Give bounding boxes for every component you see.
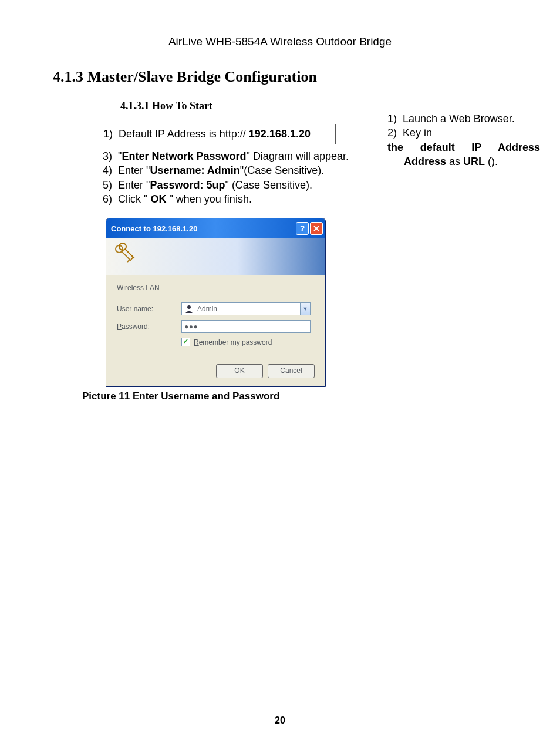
chevron-down-icon[interactable]: ▼	[300, 303, 310, 315]
username-input[interactable]: Admin ▼	[181, 302, 311, 315]
list-text: " when you finish.	[166, 193, 251, 205]
bold-text: Username: Admin	[150, 164, 239, 176]
list-text: as	[446, 156, 463, 167]
list-number: 3)	[103, 150, 112, 162]
page-number: 20	[0, 715, 560, 726]
list-number: 2)	[387, 127, 397, 139]
dialog-title: Connect to 192.168.1.20	[111, 224, 197, 233]
bold-text: Enter Network Password	[122, 150, 246, 162]
subsection-heading: 4.1.3.1 How To Start	[120, 100, 507, 112]
realm-label: Wireless LAN	[117, 284, 315, 292]
list-text: ().	[485, 156, 498, 167]
list-text: Enter "	[118, 179, 150, 191]
dialog-banner	[106, 238, 325, 275]
username-label: User name:	[117, 305, 181, 313]
bold-text: OK	[150, 193, 166, 205]
list-text: Enter "	[118, 164, 150, 176]
remember-checkbox[interactable]: ✓	[181, 338, 190, 346]
auth-dialog: Connect to 192.168.1.20 ? Wireless LAN U…	[106, 218, 326, 387]
bold-text: the default IP Address	[387, 142, 540, 153]
password-input[interactable]: ●●●	[181, 320, 311, 333]
ip-address: 192.168.1.20	[249, 128, 311, 140]
close-icon	[313, 226, 319, 231]
list-text: " (Case Sensitive).	[225, 179, 312, 191]
list-text: Click "	[118, 193, 150, 205]
bold-text: Password: 5up	[150, 179, 225, 191]
user-icon	[184, 304, 194, 314]
list-number: 6)	[103, 193, 112, 205]
password-mask: ●●●	[184, 322, 198, 331]
list-text: "(Case Sensitive).	[240, 164, 324, 176]
dialog-titlebar: Connect to 192.168.1.20 ?	[106, 218, 325, 238]
svg-point-4	[187, 305, 191, 309]
ok-button[interactable]: OK	[216, 364, 263, 378]
list-number: 1)	[103, 128, 113, 140]
bold-text: URL	[463, 156, 485, 167]
list-text: Launch a Web Browser.	[403, 113, 515, 124]
close-button[interactable]	[310, 222, 323, 235]
section-heading: 4.1.3 Master/Slave Bridge Configuration	[53, 68, 507, 86]
page-header: AirLive WHB-5854A Wireless Outdoor Bridg…	[53, 35, 507, 48]
list-number: 5)	[103, 179, 112, 191]
list-text: " Diagram will appear.	[246, 150, 348, 162]
help-button[interactable]: ?	[296, 222, 309, 235]
keys-icon	[113, 242, 137, 268]
list-number: 4)	[103, 164, 112, 176]
list-number: 1)	[387, 113, 397, 124]
right-column: 1) Launch a Web Browser. 2) Key in the d…	[387, 112, 540, 169]
remember-label: Remember my password	[194, 338, 272, 346]
list-text: Default IP Address is http://	[119, 128, 249, 140]
list-text: Key in	[403, 127, 432, 139]
boxed-note: 1) Default IP Address is http:// 192.168…	[59, 124, 336, 144]
cancel-button[interactable]: Cancel	[268, 364, 315, 378]
figure-caption: Picture 11 Enter Username and Password	[82, 391, 507, 402]
username-value: Admin	[197, 305, 217, 313]
password-label: Password:	[117, 322, 181, 331]
